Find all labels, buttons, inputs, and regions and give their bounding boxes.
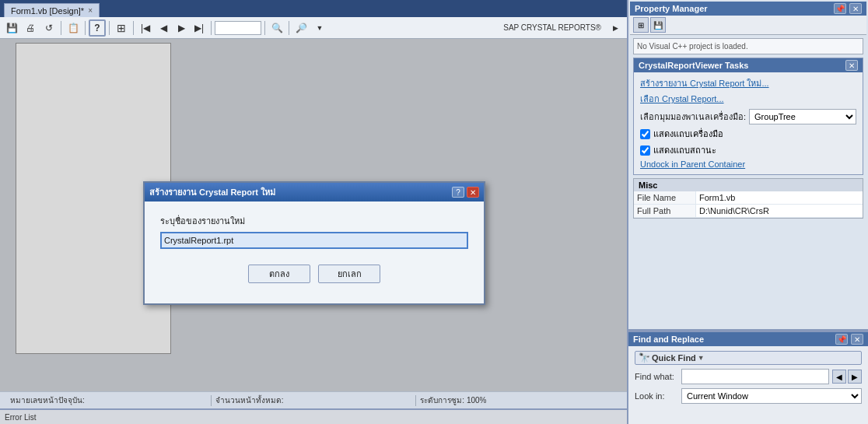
toolbar-sep-6	[264, 21, 265, 35]
ok-button[interactable]: ตกลง	[248, 265, 310, 283]
close-designer-button[interactable]: ▶	[607, 19, 624, 37]
full-path-value[interactable]: D:\Nunid\CR\CrsR	[696, 205, 863, 217]
file-name-row: File Name Form1.vb	[634, 191, 863, 205]
error-list-bar: Error List	[0, 408, 627, 424]
zoom-level-label: ระดับการซูม: 100%	[416, 394, 621, 406]
search-report-button[interactable]: 🔍	[268, 19, 285, 37]
main-container: Form1.vb [Design]* × 💾 🖨 ↺ 📋 ? ⊞ |◀ ◀ ▶ …	[0, 0, 868, 424]
find-prev-button[interactable]: ◀	[832, 370, 846, 384]
misc-section-header: Misc	[634, 179, 863, 191]
pm-close-button[interactable]: ✕	[849, 3, 862, 14]
layout-button[interactable]: ⊞	[113, 19, 130, 37]
cr-tasks-content: สร้างรายงาน Crystal Report ใหม่... เลือก…	[634, 72, 863, 174]
quick-find-bar: 🔭 Quick Find ▼	[635, 351, 862, 365]
main-toolbar: 💾 🖨 ↺ 📋 ? ⊞ |◀ ◀ ▶ ▶| 🔍 🔎 ▼ SAP	[0, 17, 627, 39]
cr-tasks-close-button[interactable]: ✕	[845, 60, 858, 71]
page-number-input[interactable]	[215, 21, 261, 35]
statusbar-checkbox-row: แสดงแถบสถานะ	[640, 143, 856, 157]
cr-tasks-title-text: CrystalReportViewer Tasks	[639, 61, 748, 70]
modal-overlay: สร้างรายงาน Crystal Report ใหม่ ? ✕ ระบุ…	[0, 39, 627, 391]
copy-button[interactable]: 📋	[65, 19, 82, 37]
find-replace-title: Find and Replace	[633, 335, 704, 344]
save-button[interactable]: 💾	[3, 19, 20, 37]
look-in-row: Look in: Current Window	[635, 388, 862, 404]
find-nav-buttons: ◀ ▶	[832, 370, 862, 384]
report-name-input[interactable]	[160, 232, 468, 249]
nav-next-button[interactable]: ▶	[173, 19, 190, 37]
status-bar: หมายเลขหน้าปัจจุบัน: จำนวนหน้าทั้งหมด: ร…	[0, 391, 627, 408]
zoom-button[interactable]: 🔎	[292, 19, 310, 37]
pm-btn-1[interactable]: ⊞	[633, 17, 649, 33]
full-path-key: Full Path	[634, 205, 696, 217]
cancel-button[interactable]: ยกเลก	[318, 265, 380, 283]
find-close-button[interactable]: ✕	[851, 334, 863, 345]
print-button[interactable]: 🖨	[22, 19, 39, 37]
undock-link[interactable]: Undock in Parent Container	[640, 159, 856, 169]
find-content: 🔭 Quick Find ▼ Find what: ◀ ▶ Look in: C…	[628, 346, 868, 408]
toolbar-sep-1	[61, 21, 61, 35]
dialog-body: ระบุชื่อของรายงานใหม่ ตกลง ยกเลก	[145, 201, 484, 303]
look-in-dropdown[interactable]: Current Window	[681, 388, 862, 404]
show-toolbar-checkbox[interactable]	[640, 129, 650, 139]
refresh-button[interactable]: ↺	[40, 19, 58, 37]
pm-pin-button[interactable]: 📌	[834, 3, 846, 14]
current-page-label: หมายเลขหน้าปัจจุบัน:	[6, 394, 211, 406]
file-name-key: File Name	[634, 191, 696, 204]
toolbar-sep-7	[289, 21, 289, 35]
property-manager: Property Manager 📌 ✕ ⊞ 💾 No Visual C++ p…	[628, 0, 868, 331]
cr-tasks-titlebar: CrystalReportViewer Tasks ✕	[634, 58, 863, 72]
nav-group: |◀ ◀ ▶ ▶|	[137, 19, 208, 37]
crystal-reports-brand: SAP CRYSTAL REPORTS®	[503, 23, 601, 32]
pm-toolbar: ⊞ 💾	[630, 16, 866, 35]
designer-tab[interactable]: Form1.vb [Design]* ×	[4, 3, 100, 17]
nav-last-button[interactable]: ▶|	[191, 19, 208, 37]
binoculars-icon: 🔭	[639, 352, 650, 363]
dialog-help-button[interactable]: ?	[452, 187, 464, 198]
create-report-dialog: สร้างรายงาน Crystal Report ใหม่ ? ✕ ระบุ…	[143, 181, 485, 305]
dialog-buttons: ตกลง ยกเลก	[160, 265, 468, 291]
panel-select-row: เลือกมุมมองพาเนลเครื่องมือ: GroupTree	[640, 109, 856, 124]
full-path-row: Full Path D:\Nunid\CR\CrsR	[634, 205, 863, 218]
nav-prev-button[interactable]: ◀	[155, 19, 172, 37]
tab-close-icon[interactable]: ×	[88, 6, 93, 15]
canvas-area: สร้างรายงาน Crystal Report ใหม่ ? ✕ ระบุ…	[0, 39, 627, 391]
total-pages-label: จำนวนหน้าทั้งหมด:	[212, 394, 416, 406]
find-what-input[interactable]	[681, 369, 829, 384]
dialog-close-button[interactable]: ✕	[467, 187, 479, 198]
toolbar-sep-4	[133, 21, 134, 35]
quick-find-dropdown-icon[interactable]: ▼	[698, 354, 705, 362]
file-name-value[interactable]: Form1.vb	[696, 191, 863, 204]
find-pin-button[interactable]: 📌	[835, 334, 848, 345]
tab-label: Form1.vb [Design]*	[11, 6, 84, 16]
look-in-label: Look in:	[635, 391, 681, 401]
help-button[interactable]: ?	[89, 19, 106, 37]
toolbar-sep-5	[211, 21, 212, 35]
properties-grid: Misc File Name Form1.vb Full Path D:\Nun…	[633, 178, 863, 219]
dialog-titlebar: สร้างรายงาน Crystal Report ใหม่ ? ✕	[145, 183, 484, 201]
panel-select-label: เลือกมุมมองพาเนลเครื่องมือ:	[640, 110, 746, 124]
find-and-replace: Find and Replace 📌 ✕ 🔭 Quick Find ▼ Find…	[628, 331, 868, 424]
quick-find-label: Quick Find	[652, 353, 696, 363]
dialog-title: สร้างรายงาน Crystal Report ใหม่	[149, 185, 275, 199]
find-replace-controls: 📌 ✕	[835, 334, 863, 345]
toolbar-sep-3	[109, 21, 110, 35]
find-replace-titlebar: Find and Replace 📌 ✕	[628, 332, 868, 346]
show-statusbar-checkbox[interactable]	[640, 145, 650, 156]
find-what-label: Find what:	[635, 372, 681, 381]
toolbar-checkbox-row: แสดงแถบเครื่องมือ	[640, 127, 856, 141]
crystal-report-tasks: CrystalReportViewer Tasks ✕ สร้างรายงาน …	[633, 58, 863, 175]
nav-first-button[interactable]: |◀	[137, 19, 154, 37]
find-next-button[interactable]: ▶	[848, 370, 862, 384]
pm-btn-2[interactable]: 💾	[650, 17, 666, 33]
select-report-link[interactable]: เลือก Crystal Report...	[640, 91, 856, 107]
panel-select-dropdown[interactable]: GroupTree	[749, 109, 856, 124]
right-panel: Property Manager 📌 ✕ ⊞ 💾 No Visual C++ p…	[627, 0, 868, 424]
dialog-field-label: ระบุชื่อของรายงานใหม่	[160, 214, 468, 228]
dialog-title-controls: ? ✕	[452, 187, 479, 198]
property-manager-title: Property Manager	[635, 4, 708, 13]
zoom-dropdown-button[interactable]: ▼	[311, 19, 328, 37]
toolbar-sep-2	[85, 21, 86, 35]
tab-bar: Form1.vb [Design]* ×	[0, 0, 627, 17]
show-statusbar-label: แสดงแถบสถานะ	[653, 143, 716, 157]
create-new-report-link[interactable]: สร้างรายงาน Crystal Report ใหม่...	[640, 75, 856, 91]
